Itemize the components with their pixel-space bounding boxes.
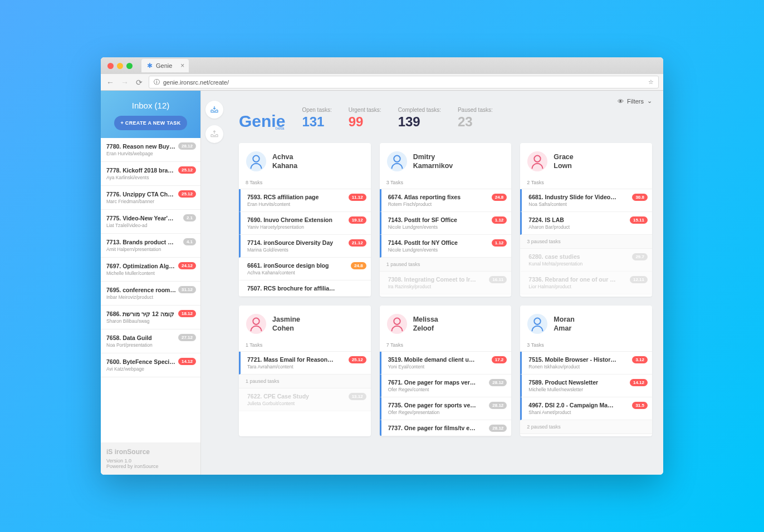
date-badge: 30.8 [632,194,648,201]
date-badge: 28.12 [178,142,196,150]
date-badge: 18.12 [178,310,196,317]
close-tab-icon[interactable]: × [180,62,184,70]
task-card[interactable]: 3519. Mobile demand client u… Yoni Eyal/… [380,352,512,375]
task-card-paused[interactable]: 7336. Rebrand for one of our … Lior Halm… [520,272,652,294]
task-count: 7 Tasks [380,340,512,352]
date-badge: 24.8 [492,194,507,201]
task-title: 7735. One pager for sports ve… [388,402,506,408]
date-badge: 2.1 [183,214,196,221]
date-badge: 1.12 [492,239,507,247]
inbox-tray-icon[interactable] [205,101,223,119]
inbox-item[interactable]: 7697. Optimization Algorit… Michelle Mul… [101,258,200,282]
app-logo: Genie beta [239,113,285,130]
task-card[interactable]: 7589. Product Newsletter Michelle Muller… [520,375,652,397]
task-card[interactable]: 6674. Atlas reporting fixes Rotem Fisch/… [380,189,512,212]
url-text: genie.ironsrc.net/create/ [163,79,229,86]
inbox-list: 7780. Reason new Buy LP Eran Hurvits/web… [101,138,200,442]
inbox-item[interactable]: 7780. Reason new Buy LP Eran Hurvits/web… [101,138,200,162]
beta-label: beta [276,126,285,131]
create-task-button[interactable]: + CREATE A NEW TASK [114,116,188,130]
task-title: 7224. IS LAB [528,216,647,223]
task-sub: Michelle Muller/newsletter [528,387,647,392]
task-card[interactable]: 7737. One pager for films/tv e… 28.12 [380,420,512,436]
date-badge: 16.11 [489,276,507,283]
window-controls [105,63,135,69]
inbox-item[interactable]: 7713. Brands product mo… Amit Halpern/pr… [101,234,200,258]
task-card[interactable]: 4967. DSI 2.0 - Campaign Ma… Shani Avnet… [520,397,652,420]
inbox-item[interactable]: 7600. ByteFence Special … Avi Katz/webpa… [101,353,200,377]
task-title: 7690. Inuvo Chrome Extension [247,216,365,223]
date-badge: 4.1 [183,238,196,245]
board: AchvaKahana 8 Tasks 7593. RCS affiliatio… [239,143,652,436]
task-title: 7336. Rebrand for one of our … [528,276,647,283]
task-card[interactable]: 7515. Mobile Browser - Histor… Ronen Isk… [520,352,652,375]
browser-chrome: ✱ Genie × ← → ⟳ ⓘ genie.ironsrc.net/crea… [101,57,663,91]
inbox-item-sub: Eran Hurvits/webpage [106,151,195,156]
inbox-item-sub: Liat Tzalel/video-ad [106,223,195,228]
inbox-item[interactable]: 7658. Data Guild Noa Port/presentation 2… [101,329,200,353]
paused-header: 3 paused tasks [520,235,652,249]
task-sub: Tara Avraham/content [247,364,365,370]
person-column: JasmineCohen 1 Tasks 7721. Mass Email fo… [239,306,371,436]
stat-urgent: Urgent tasks: 99 [349,107,381,130]
person-name: AchvaKahana [272,152,297,171]
task-sub: Eran Hurvits/content [247,201,365,207]
inbox-item-sub: Noa Port/presentation [106,342,195,348]
avatar-icon [386,151,408,172]
forward-icon[interactable]: → [120,78,130,87]
avatar-icon [246,151,267,172]
bookmark-icon[interactable]: ☆ [648,78,654,86]
date-badge: 31.12 [178,286,196,293]
stat-open: Open tasks: 131 [302,107,331,130]
task-card[interactable]: 7735. One pager for sports ve… Ofer Rege… [380,397,512,420]
sidebar: Inbox (12) + CREATE A NEW TASK 7780. Rea… [101,91,201,475]
person-column: MelissaZeloof 7 Tasks 3519. Mobile deman… [380,306,512,436]
inbox-item[interactable]: 7686. קומה 12 קיר מורשת Sharon Bilibau/s… [101,306,200,329]
browser-tab[interactable]: ✱ Genie × [141,59,189,72]
date-badge: 13.12 [349,393,366,400]
avatar-icon [527,151,548,172]
date-badge: 24.12 [178,262,196,269]
reload-icon[interactable]: ⟳ [134,78,144,87]
task-card-paused[interactable]: 6280. case studies Kunal Mehta/presentat… [520,249,652,272]
task-card[interactable]: 7721. Mass Email for Reason… Tara Avraha… [239,352,371,375]
filters-label: Filters [627,98,644,105]
task-card[interactable]: 7714. ironSource Diversity Day Marina Go… [239,235,371,258]
close-window-icon[interactable] [107,63,114,69]
task-sub: Nicole Lundgren/events [388,224,506,230]
task-card[interactable]: 6681. Industry Slide for Video… Noa Safr… [520,189,652,212]
inbox-item-title: 7775. Video-New Year's P… [106,215,195,221]
outbox-tray-icon[interactable] [205,125,223,143]
task-sub: Ira Razinsky/product [388,284,506,289]
back-icon[interactable]: ← [105,78,115,87]
task-title: 7714. ironSource Diversity Day [247,239,365,246]
tab-bar: ✱ Genie × [101,57,663,74]
task-card[interactable]: 6661. ironSource design blog Achva Kahan… [239,258,371,280]
task-card-paused[interactable]: 7308. Integrating Comeet to Ir… Ira Razi… [380,272,512,294]
paused-header: 1 paused tasks [380,258,512,272]
task-title: 7671. One pager for maps ver… [388,379,506,386]
task-card[interactable]: 7690. Inuvo Chrome Extension Yaniv Haroe… [239,212,371,235]
inbox-item[interactable]: 7778. Kickoff 2018 branding Aya Karlinsk… [101,162,200,186]
task-card[interactable]: 7507. RCS brochure for affilia… [239,280,371,297]
maximize-window-icon[interactable] [126,63,133,69]
inbox-item[interactable]: 7776. Unzippy CTA Change Marc Friedman/b… [101,186,200,210]
task-card-paused[interactable]: 7622. CPE Case Study Julieta Gorbuit/con… [239,388,371,411]
task-sub: Ofer Regev/presentation [388,410,506,415]
task-card[interactable]: 7671. One pager for maps ver… Ofer Regev… [380,375,512,397]
filters-button[interactable]: 👁 Filters ⌄ [618,97,652,105]
task-card[interactable]: 7144. PostIt for NY Office Nicole Lundgr… [380,235,512,258]
task-card[interactable]: 7143. PostIt for SF Office Nicole Lundgr… [380,212,512,235]
task-card[interactable]: 7593. RCS affiliation page Eran Hurvits/… [239,189,371,212]
date-badge: 25.12 [178,166,196,174]
url-input[interactable]: ⓘ genie.ironsrc.net/create/ ☆ [149,76,659,88]
stat-paused: Paused tasks: 23 [458,107,493,130]
inbox-item[interactable]: 7695. conference rooms … Inbar Meiroviz/… [101,282,200,306]
inbox-item-sub: Michelle Muller/content [106,270,195,276]
task-card[interactable]: 7224. IS LAB Aharon Bar/product 15.11 [520,212,652,235]
stat-completed: Completed tasks: 139 [398,107,441,130]
inbox-item[interactable]: 7775. Video-New Year's P… Liat Tzalel/vi… [101,210,200,234]
minimize-window-icon[interactable] [117,63,123,69]
date-badge: 11.12 [349,194,366,201]
tab-title: Genie [156,62,172,69]
